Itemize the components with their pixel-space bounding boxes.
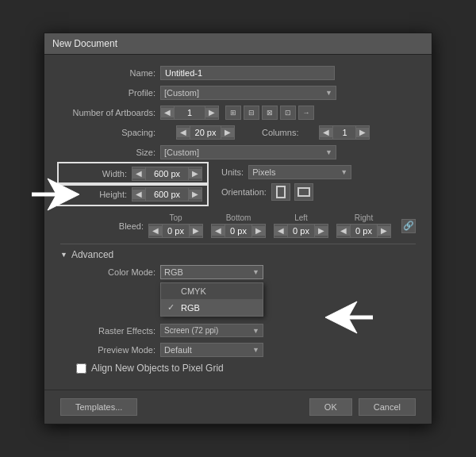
bleed-bottom-input[interactable]	[225, 225, 252, 237]
artboards-row: Number of Artboards: ◀ ▶ ⊞ ⊟ ⊠ ⊡ →	[60, 106, 416, 120]
advanced-section: ▼ Advanced Color Mode: RGB ▼ CMYK	[60, 249, 416, 374]
size-select[interactable]: [Custom] ▼	[160, 145, 336, 159]
profile-dropdown-arrow: ▼	[325, 89, 332, 97]
arrange-icon[interactable]: →	[298, 106, 314, 120]
bleed-right-input[interactable]	[350, 225, 378, 237]
height-label: Height:	[63, 190, 127, 199]
size-dropdown-arrow: ▼	[325, 148, 332, 156]
advanced-label: Advanced	[71, 249, 113, 260]
spacing-increment[interactable]: ▶	[221, 128, 234, 137]
bleed-bottom-field: Bottom ◀ ▶	[211, 213, 266, 238]
name-row: Name:	[60, 66, 416, 80]
grid-col-icon[interactable]: ⊟	[244, 106, 259, 120]
cmyk-check	[167, 286, 177, 296]
artboards-increment[interactable]: ▶	[205, 108, 218, 117]
width-label: Width:	[63, 169, 127, 179]
grid-row-icon[interactable]: ⊞	[225, 106, 241, 120]
color-mode-row: Color Mode: RGB ▼ CMYK ✓ R	[60, 265, 416, 279]
columns-spinbox: ◀ ▶	[319, 125, 370, 140]
bleed-left-spinbox: ◀ ▶	[274, 224, 328, 238]
bleed-label: Bleed:	[60, 221, 144, 231]
name-input[interactable]	[160, 66, 335, 80]
preview-mode-label: Preview Mode:	[60, 345, 155, 355]
width-input[interactable]	[145, 167, 189, 180]
portrait-icon	[276, 186, 286, 198]
dropdown-item-cmyk[interactable]: CMYK	[161, 283, 263, 299]
units-label: Units:	[221, 167, 244, 177]
height-decrement[interactable]: ◀	[132, 190, 145, 199]
bleed-left-decrement[interactable]: ◀	[274, 226, 287, 236]
dropdown-item-rgb[interactable]: ✓ RGB	[161, 299, 263, 316]
templates-button[interactable]: Templates...	[60, 398, 137, 416]
bleed-right-field: Right ◀ ▶	[336, 213, 391, 238]
artboards-spinbox: ◀ ▶	[160, 106, 219, 120]
artboards-label: Number of Artboards:	[60, 108, 155, 117]
raster-effects-select[interactable]: Screen (72 ppi) ▼	[160, 324, 263, 337]
dialog-footer: Templates... OK Cancel	[44, 390, 432, 424]
bleed-top-decrement[interactable]: ◀	[149, 226, 162, 236]
rgb-check: ✓	[167, 302, 177, 313]
spacing-spinbox: ◀ ▶	[176, 125, 235, 140]
columns-label: Columns:	[262, 128, 298, 137]
profile-row: Profile: [Custom] ▼	[60, 86, 416, 100]
height-spinbox: ◀ ▶	[132, 187, 202, 202]
cancel-button[interactable]: Cancel	[359, 398, 416, 416]
preview-mode-select[interactable]: Default ▼	[160, 343, 263, 357]
bleed-left-increment[interactable]: ▶	[315, 226, 328, 236]
bleed-left-field: Left ◀ ▶	[274, 213, 328, 238]
bleed-right-increment[interactable]: ▶	[378, 226, 390, 236]
bleed-right-spinbox: ◀ ▶	[336, 224, 391, 238]
bleed-left-label: Left	[294, 213, 308, 222]
bleed-left-input[interactable]	[287, 225, 315, 237]
units-row: Units: Pixels ▼	[221, 165, 351, 179]
bleed-top-input[interactable]	[162, 225, 190, 237]
color-mode-label: Color Mode:	[60, 267, 155, 277]
units-dropdown-arrow: ▼	[340, 168, 347, 176]
spacing-label: Spacing:	[60, 128, 155, 137]
artboards-input[interactable]	[174, 106, 205, 119]
raster-effects-dropdown-arrow: ▼	[252, 327, 259, 335]
arrange-right-icon[interactable]: ⊠	[262, 106, 278, 120]
width-spinbox: ◀ ▶	[132, 167, 202, 181]
width-row: Width: ◀ ▶	[60, 165, 205, 182]
color-mode-dropdown-arrow: ▼	[252, 268, 259, 276]
bleed-bottom-increment[interactable]: ▶	[252, 226, 265, 236]
landscape-button[interactable]	[294, 183, 313, 201]
bleed-right-decrement[interactable]: ◀	[337, 226, 350, 236]
raster-effects-row: Raster Effects: Screen (72 ppi) ▼	[60, 324, 416, 337]
arrange-down-icon[interactable]: ⊡	[280, 106, 296, 120]
advanced-toggle[interactable]: ▼ Advanced	[60, 249, 416, 260]
color-mode-select[interactable]: RGB ▼	[160, 265, 263, 279]
spacing-decrement[interactable]: ◀	[177, 128, 190, 137]
advanced-triangle-icon: ▼	[60, 251, 67, 259]
dimensions-section: Width: ◀ ▶ Height: ◀ ▶	[60, 165, 416, 209]
bleed-top-field: Top ◀ ▶	[148, 213, 203, 238]
bleed-link-button[interactable]: 🔗	[401, 219, 416, 233]
columns-decrement[interactable]: ◀	[320, 128, 332, 137]
preview-mode-row: Preview Mode: Default ▼	[60, 343, 416, 357]
width-height-block: Width: ◀ ▶ Height: ◀ ▶	[60, 165, 205, 209]
bleed-top-increment[interactable]: ▶	[190, 226, 202, 236]
units-select[interactable]: Pixels ▼	[248, 165, 351, 179]
preview-mode-value: Default	[164, 345, 192, 355]
columns-input[interactable]	[332, 126, 356, 139]
size-row: Size: [Custom] ▼	[60, 145, 416, 159]
color-mode-dropdown-container: RGB ▼ CMYK ✓ RGB	[160, 265, 263, 279]
profile-select[interactable]: [Custom] ▼	[160, 86, 336, 100]
spacing-input[interactable]	[190, 126, 221, 139]
bleed-bottom-decrement[interactable]: ◀	[212, 226, 225, 236]
align-checkbox[interactable]	[76, 363, 86, 374]
columns-increment[interactable]: ▶	[356, 128, 369, 137]
units-orientation-block: Units: Pixels ▼ Orientation:	[221, 165, 351, 209]
artboards-decrement[interactable]: ◀	[161, 108, 174, 117]
dialog-title: New Document	[44, 33, 432, 55]
height-row: Height: ◀ ▶	[60, 186, 205, 203]
ok-button[interactable]: OK	[309, 398, 352, 416]
portrait-button[interactable]	[271, 183, 290, 201]
width-increment[interactable]: ▶	[189, 169, 202, 179]
artboard-layout-icons: ⊞ ⊟ ⊠ ⊡ →	[225, 106, 314, 120]
height-increment[interactable]: ▶	[189, 190, 202, 199]
height-input[interactable]	[145, 188, 189, 201]
width-decrement[interactable]: ◀	[132, 169, 145, 179]
bleed-bottom-label: Bottom	[226, 213, 251, 222]
